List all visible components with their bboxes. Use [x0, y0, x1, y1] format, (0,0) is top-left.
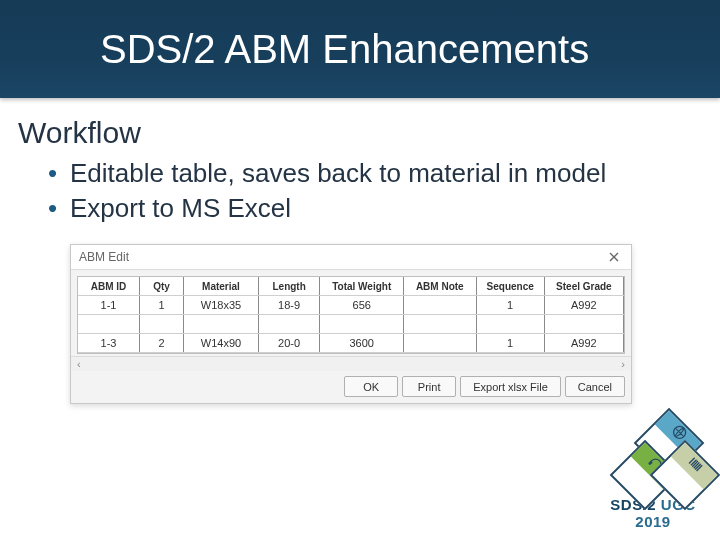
cell-abm-note[interactable] [404, 296, 477, 315]
dialog-button-row: OK Print Export xlsx File Cancel [71, 371, 631, 403]
cancel-button[interactable]: Cancel [565, 376, 625, 397]
cell-sequence[interactable]: 1 [476, 334, 544, 353]
cell-abm-id[interactable]: 1-3 [78, 334, 140, 353]
ok-button[interactable]: OK [344, 376, 398, 397]
cell-qty[interactable]: 1 [140, 296, 184, 315]
col-total-weight[interactable]: Total Weight [320, 277, 404, 296]
print-button[interactable]: Print [402, 376, 456, 397]
scroll-left-icon[interactable]: ‹ [77, 359, 81, 370]
cell-length[interactable]: 18-9 [258, 296, 320, 315]
col-abm-id[interactable]: ABM ID [78, 277, 140, 296]
cell-abm-note[interactable] [404, 334, 477, 353]
export-xlsx-button[interactable]: Export xlsx File [460, 376, 561, 397]
logo-hexes [594, 414, 712, 492]
dialog-titlebar: ABM Edit [71, 245, 631, 270]
col-material[interactable]: Material [184, 277, 259, 296]
col-qty[interactable]: Qty [140, 277, 184, 296]
cell-length[interactable]: 20-0 [258, 334, 320, 353]
globe-icon [668, 421, 691, 444]
table-row-spacer [78, 315, 624, 334]
abm-edit-dialog: ABM Edit ABM ID Qty Material Length Tota [70, 244, 632, 404]
cell-qty[interactable]: 2 [140, 334, 184, 353]
col-abm-note[interactable]: ABM Note [404, 277, 477, 296]
cell-abm-id[interactable]: 1-1 [78, 296, 140, 315]
bullet-item: Editable table, saves back to material i… [48, 156, 690, 191]
svg-rect-1 [648, 461, 653, 466]
close-icon[interactable] [605, 248, 623, 266]
cell-material[interactable]: W14x90 [184, 334, 259, 353]
col-steel-grade[interactable]: Steel Grade [544, 277, 623, 296]
cell-steel-grade[interactable]: A992 [544, 334, 623, 353]
slide-content: Workflow Editable table, saves back to m… [0, 98, 720, 404]
cell-total-weight[interactable]: 656 [320, 296, 404, 315]
section-heading: Workflow [18, 116, 690, 150]
cell-steel-grade[interactable]: A992 [544, 296, 623, 315]
event-logo: SDS/2 UGC 2019 [594, 414, 712, 530]
col-sequence[interactable]: Sequence [476, 277, 544, 296]
table-row[interactable]: 1-3 2 W14x90 20-0 3600 1 A992 [78, 334, 624, 353]
table-row[interactable]: 1-1 1 W18x35 18-9 656 1 A992 [78, 296, 624, 315]
barcode-icon [684, 453, 707, 476]
dialog-title: ABM Edit [79, 250, 129, 264]
cell-material[interactable]: W18x35 [184, 296, 259, 315]
scroll-right-icon[interactable]: › [621, 359, 625, 370]
bullet-item: Export to MS Excel [48, 191, 690, 226]
bullet-list: Editable table, saves back to material i… [48, 156, 690, 226]
col-length[interactable]: Length [258, 277, 320, 296]
slide-title: SDS/2 ABM Enhancements [100, 27, 589, 72]
title-bar: SDS/2 ABM Enhancements [0, 0, 720, 98]
cell-total-weight[interactable]: 3600 [320, 334, 404, 353]
scrollbar[interactable]: ‹ › [71, 356, 631, 371]
table-header-row: ABM ID Qty Material Length Total Weight … [78, 277, 624, 296]
cell-sequence[interactable]: 1 [476, 296, 544, 315]
abm-table[interactable]: ABM ID Qty Material Length Total Weight … [77, 276, 625, 354]
